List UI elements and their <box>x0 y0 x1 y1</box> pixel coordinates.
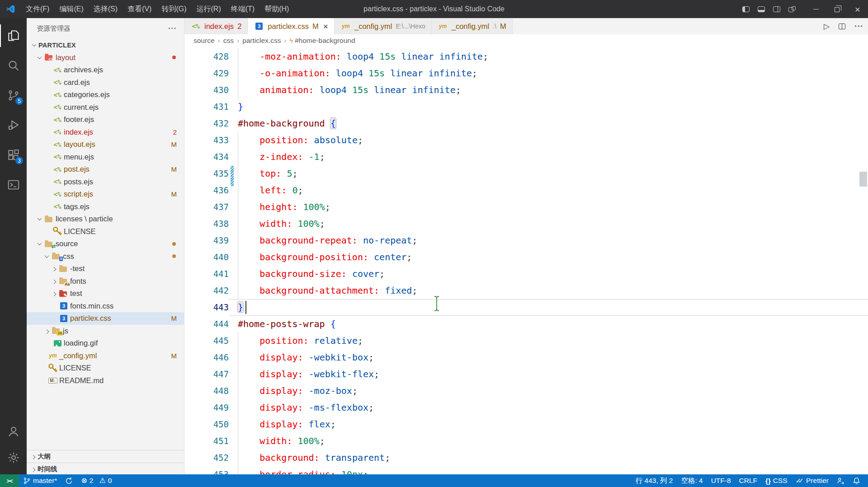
customize-layout-icon[interactable] <box>788 6 796 12</box>
tree-item-index-ejs[interactable]: <%index.ejs2 <box>27 126 184 139</box>
code-line-438[interactable]: 438 width: 100%; <box>184 215 868 232</box>
code-line-433[interactable]: 433 position: absolute; <box>184 132 868 149</box>
activity-item-search-icon[interactable] <box>0 51 27 80</box>
tab-particlex-css[interactable]: 3particlex.cssM× <box>248 18 335 34</box>
menu-item[interactable]: 转到(G) <box>156 0 191 18</box>
menu-item[interactable]: 帮助(H) <box>259 0 294 18</box>
tree-item-source[interactable]: ⇄source <box>27 238 184 250</box>
code-line-440[interactable]: 440 background-position: center; <box>184 249 868 266</box>
tree-item-particlex[interactable]: PARTICLEX <box>27 39 184 52</box>
status-item-braces[interactable]: {}CSS <box>761 474 792 487</box>
code-editor[interactable]: 428 -moz-animation: loop4 15s linear inf… <box>184 47 868 474</box>
toggle-sidebar-icon[interactable] <box>742 6 750 12</box>
activity-item-account-icon[interactable] <box>0 418 27 445</box>
status-item-error[interactable]: ⊗2⚠0 <box>77 474 116 487</box>
breadcrumb-item[interactable]: css <box>223 37 234 45</box>
remote-indicator[interactable]: >< <box>0 474 19 487</box>
close-button[interactable]: × <box>847 0 868 18</box>
timeline-panel-header[interactable]: 时间线 <box>27 463 184 475</box>
code-line-446[interactable]: 446 display: -webkit-box; <box>184 349 868 366</box>
code-line-430[interactable]: 430 animation: loop4 15s linear infinite… <box>184 82 868 98</box>
code-line-431[interactable]: 431} <box>184 98 868 115</box>
tree-item-layout[interactable]: <>layout <box>27 52 184 64</box>
tree-item-particlex-css[interactable]: 3particlex.cssM <box>27 312 184 325</box>
tree-item-posts-ejs[interactable]: <%posts.ejs <box>27 176 184 188</box>
activity-item-extensions-icon[interactable]: 3 <box>0 140 27 170</box>
tree-item--test[interactable]: -test <box>27 262 184 275</box>
code-line-447[interactable]: 447 display: -webkit-flex; <box>184 366 868 383</box>
toggle-panel-icon[interactable] <box>758 6 765 12</box>
activity-item-files-icon[interactable] <box>0 21 27 51</box>
code-line-437[interactable]: 437 height: 100%; <box>184 199 868 215</box>
status-item-feedback[interactable] <box>833 474 849 487</box>
tree-item-license[interactable]: LICENSE <box>27 362 184 375</box>
activity-item-terminal-icon[interactable] <box>0 170 27 200</box>
tree-item-menu-ejs[interactable]: <%menu.ejs <box>27 151 184 164</box>
breadcrumb-item[interactable]: ϟ#home-background <box>290 37 355 45</box>
code-line-449[interactable]: 449 display: -ms-flexbox; <box>184 399 868 416</box>
tab--config-yml[interactable]: ym_config.yml.\M <box>432 18 513 34</box>
menu-item[interactable]: 终端(T) <box>226 0 259 18</box>
menu-item[interactable]: 编辑(E) <box>54 0 88 18</box>
menu-item[interactable]: 选择(S) <box>89 0 123 18</box>
tree-item-css[interactable]: 3css <box>27 250 184 263</box>
tree-item-post-ejs[interactable]: <%post.ejsM <box>27 163 184 176</box>
code-line-441[interactable]: 441 background-size: cover; <box>184 266 868 282</box>
split-editor-icon[interactable] <box>839 23 845 29</box>
tree-item-test[interactable]: ✎test <box>27 287 184 300</box>
more-actions-icon[interactable]: ··· <box>168 24 177 33</box>
code-line-451[interactable]: 451 width: 100%; <box>184 433 868 450</box>
minimize-button[interactable] <box>806 0 826 18</box>
code-line-439[interactable]: 439 background-repeat: no-repeat; <box>184 232 868 249</box>
status-item-check-all[interactable]: ✓✓Prettier <box>792 474 833 487</box>
tree-item-card-ejs[interactable]: <%card.ejs <box>27 76 184 89</box>
restore-button[interactable] <box>826 0 847 18</box>
breadcrumb-item[interactable]: source <box>193 37 215 45</box>
code-line-434[interactable]: 434 z-index: -1; <box>184 149 868 165</box>
tree-item-script-ejs[interactable]: <%script.ejsM <box>27 188 184 201</box>
tab-index-ejs[interactable]: <%index.ejs2 <box>184 18 248 34</box>
activity-item-settings-gear-icon[interactable] <box>0 445 27 471</box>
code-line-450[interactable]: 450 display: flex; <box>184 416 868 433</box>
activity-item-run-debug-icon[interactable] <box>0 110 27 140</box>
activity-item-source-control-icon[interactable]: 5 <box>0 80 27 110</box>
code-line-428[interactable]: 428 -moz-animation: loop4 15s linear inf… <box>184 48 868 65</box>
tree-item-fonts-min-css[interactable]: 3fonts.min.css <box>27 300 184 313</box>
code-line-435[interactable]: 435 top: 5; <box>184 165 868 182</box>
more-actions-icon[interactable]: ··· <box>854 22 863 31</box>
menu-item[interactable]: 运行(R) <box>192 0 226 18</box>
status-item-行-443-列-2[interactable]: 行 443, 列 2 <box>632 474 677 487</box>
status-item-空格-4[interactable]: 空格: 4 <box>677 474 707 487</box>
outline-panel-header[interactable]: 大纲 <box>27 450 184 463</box>
status-item-bell[interactable] <box>849 474 864 487</box>
code-line-452[interactable]: 452 background: transparent; <box>184 450 868 466</box>
code-line-448[interactable]: 448 display: -moz-box; <box>184 383 868 399</box>
status-item-utf-8[interactable]: UTF-8 <box>707 474 735 487</box>
code-line-444[interactable]: 444#home-posts-wrap { <box>184 316 868 332</box>
run-icon[interactable]: ▷ <box>824 22 830 31</box>
tree-item-archives-ejs[interactable]: <%archives.ejs <box>27 64 184 76</box>
tree-item-categories-ejs[interactable]: <%categories.ejs <box>27 89 184 101</box>
code-line-432[interactable]: 432#home-background { <box>184 115 868 132</box>
code-line-442[interactable]: 442 background-attachment: fixed; <box>184 282 868 299</box>
tree-item-tags-ejs[interactable]: <%tags.ejs <box>27 201 184 213</box>
tab--config-yml[interactable]: ym_config.ymlE:\...\Hexo <box>335 18 432 34</box>
tree-item-footer-ejs[interactable]: <%footer.ejs <box>27 113 184 126</box>
tree-item-current-ejs[interactable]: <%current.ejs <box>27 101 184 114</box>
scrollbar-slider[interactable] <box>859 172 867 187</box>
status-item-sync[interactable] <box>61 474 77 487</box>
tree-item-fonts[interactable]: Aafonts <box>27 275 184 288</box>
breadcrumb-item[interactable]: particlex.css <box>242 37 281 45</box>
code-line-453[interactable]: 453 border-radius: 10px; <box>184 466 868 474</box>
menu-item[interactable]: 查看(V) <box>123 0 156 18</box>
code-line-436[interactable]: 436 left: 0; <box>184 182 868 199</box>
status-item-git-branch[interactable]: master* <box>19 474 61 487</box>
tree-item-layout-ejs[interactable]: <%layout.ejsM <box>27 138 184 151</box>
tree-item-licenses-particle[interactable]: licenses \ particle <box>27 213 184 225</box>
toggle-secondary-sidebar-icon[interactable] <box>773 6 780 12</box>
status-item-crlf[interactable]: CRLF <box>735 474 761 487</box>
menu-item[interactable]: 文件(F) <box>21 0 54 18</box>
code-line-445[interactable]: 445 position: relative; <box>184 332 868 349</box>
tree-item-license[interactable]: LICENSE <box>27 225 184 238</box>
code-line-443[interactable]: 443} <box>184 299 868 316</box>
